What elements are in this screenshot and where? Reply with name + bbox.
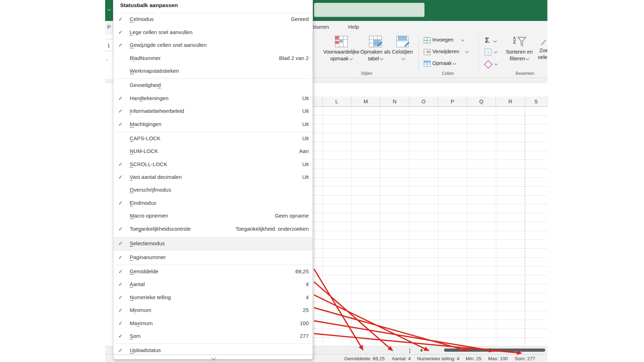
menu-item-value: 25 (303, 307, 309, 313)
menu-item[interactable]: ✓Paginanummer (113, 251, 313, 264)
format-as-table-button[interactable]: Opmaken als tabel (360, 36, 391, 62)
conditional-formatting-button[interactable]: Voorwaardelijke opmaak (323, 36, 360, 62)
menu-item[interactable]: ✓Gemiddelde69,25 (113, 265, 313, 278)
formula-bar-fragment: , (106, 55, 108, 61)
menu-item-value: 4 (306, 294, 309, 300)
screenshot-canvas: atiseren Help P Voorwaardelijke opmaak (0, 0, 644, 362)
chevron-down-icon (494, 50, 498, 54)
menu-item[interactable]: NUM-LOCKAan (113, 145, 313, 158)
group-label-bewerken: Bewerken (515, 71, 534, 76)
check-icon: ✓ (118, 42, 123, 48)
check-icon: ✓ (118, 226, 123, 232)
cell-styles-icon (396, 36, 408, 47)
sort-filter-button[interactable]: AZ Sorteren en filteren (502, 36, 536, 62)
menu-scroll-down[interactable] (113, 355, 313, 360)
status-item: Max: 100 (488, 356, 508, 361)
more-options-icon[interactable] (409, 348, 411, 354)
check-icon: ✓ (118, 281, 123, 287)
menu-separator (115, 132, 311, 132)
menu-item[interactable]: ✓InformatiebeheerbeleidUit (113, 105, 313, 118)
check-icon: ✓ (118, 108, 123, 114)
quick-access-chevron-icon[interactable] (108, 7, 111, 11)
menu-item[interactable]: ✓Maximum100 (113, 317, 313, 330)
sigma-icon: Σ (485, 36, 489, 44)
menu-item[interactable]: Gevoeligheid (113, 79, 313, 92)
menu-item[interactable]: ✓Lege cellen snel aanvullen (113, 26, 313, 39)
check-icon: ✓ (118, 200, 123, 206)
tab-help[interactable]: Help (348, 24, 359, 30)
menu-item[interactable]: ✓Selectiemodus (113, 237, 313, 251)
menu-item[interactable]: Werkmapstatistieken (113, 65, 313, 78)
insert-cells-icon: ← (424, 37, 431, 43)
scroll-left-icon[interactable] (420, 349, 422, 352)
insert-button[interactable]: ← Invoegen (424, 37, 464, 45)
menu-item-label: Selectiemodus (130, 240, 164, 246)
check-icon: ✓ (118, 240, 123, 247)
menu-item[interactable]: CAPS-LOCKUit (113, 132, 313, 145)
group-label-stijlen: Stijlen (361, 71, 373, 76)
menu-item[interactable]: ✓Eindmodus (113, 197, 313, 210)
menu-item-label: Paginanummer (130, 254, 166, 260)
menu-item-label: Maximum (130, 320, 153, 326)
menu-item-label: Gewijzigde cellen snel aanvullen (130, 42, 207, 48)
clear-button[interactable] (485, 61, 497, 70)
group-label-cellen: Cellen (442, 71, 454, 76)
check-icon: ✓ (118, 121, 123, 127)
menu-item[interactable]: Overschrijfmodus (113, 184, 313, 197)
delete-cells-icon: ✕ (424, 49, 431, 55)
autosum-button[interactable]: Σ (485, 36, 496, 45)
menu-item-value: Uit (302, 161, 309, 167)
conditional-formatting-icon (335, 36, 348, 47)
cell-styles-button[interactable]: Celstijlen (390, 36, 415, 62)
menu-item[interactable]: ✓ToegankelijkheidscontroleToegankelijkhe… (113, 223, 313, 236)
menu-item[interactable]: ✓Minimum25 (113, 304, 313, 317)
menu-item-value: Blad 2 van 2 (279, 55, 309, 61)
menu-item-label: Machtigingen (130, 121, 161, 127)
search-input[interactable] (314, 3, 424, 17)
menu-item-label: Handtekeningen (130, 95, 168, 101)
check-icon: ✓ (118, 174, 123, 180)
horizontal-scrollbar-track[interactable] (424, 347, 547, 352)
menu-item-label: Eindmodus (130, 200, 156, 206)
menu-item[interactable]: ✓SCROLL-LOCKUit (113, 158, 313, 171)
group-divider (478, 36, 479, 73)
fill-button[interactable]: ↓ (485, 49, 497, 57)
menu-item-value: 4 (306, 281, 309, 287)
magnifier-icon (540, 37, 547, 46)
tab-automatiseren-partial[interactable]: atiseren (310, 24, 329, 30)
find-select-button[interactable]: Zoe selec (533, 36, 547, 61)
check-icon: ✓ (118, 95, 123, 102)
delete-button[interactable]: ✕ Verwijderen (424, 49, 468, 57)
menu-item[interactable]: ✓Numerieke telling4 (113, 291, 313, 304)
menu-item[interactable]: ✓MachtigingenUit (113, 118, 313, 131)
format-button[interactable]: Opmaak (424, 60, 456, 69)
insert-label: Invoegen (432, 37, 454, 43)
menu-item[interactable]: BladNummerBlad 2 van 2 (113, 52, 313, 65)
menu-item-label: NUM-LOCK (130, 148, 158, 154)
menu-item[interactable]: ✓Vast aantal decimalenUit (113, 171, 313, 184)
status-item: Aantal: 4 (392, 356, 411, 361)
check-icon: ✓ (118, 29, 123, 35)
menu-item-value: 277 (300, 333, 309, 339)
menu-item[interactable]: Macro opnemenGeen opname (113, 210, 313, 223)
sort-filter-label-line2: filteren (510, 56, 525, 61)
spreadsheet-grid[interactable] (313, 97, 547, 346)
status-item: Gemiddelde: 69,25 (344, 356, 385, 361)
horizontal-scrollbar-thumb[interactable] (444, 349, 545, 352)
menu-separator (115, 78, 311, 79)
chevron-down-icon (461, 38, 464, 42)
menu-item-value: 100 (300, 320, 309, 326)
menu-item[interactable]: ✓Som277 (113, 330, 313, 343)
check-icon: ✓ (118, 268, 123, 275)
menu-item[interactable]: ✓HandtekeningenUit (113, 92, 313, 105)
format-label: Opmaak (432, 60, 452, 66)
brush-icon (404, 42, 410, 47)
sort-filter-label-line1: Sorteren en (506, 49, 533, 55)
menu-item[interactable]: ✓Aantal4 (113, 278, 313, 291)
menu-item-value: Uit (302, 135, 309, 141)
check-icon: ✓ (118, 16, 123, 22)
fill-down-icon: ↓ (485, 49, 492, 56)
chevron-down-icon (350, 57, 353, 60)
menu-item[interactable]: ✓Gewijzigde cellen snel aanvullen (113, 39, 313, 52)
menu-item[interactable]: ✓CelmodusGereed (113, 13, 313, 26)
